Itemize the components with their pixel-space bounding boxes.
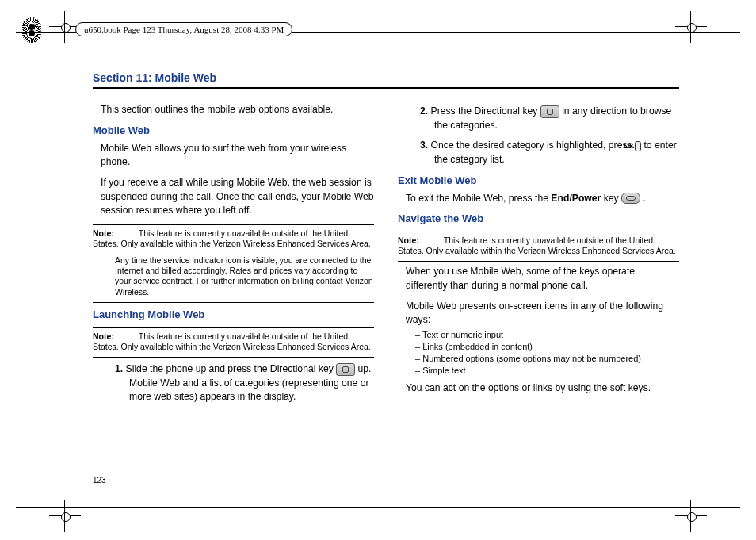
- exit-text: To exit the Mobile Web, press the End/Po…: [406, 192, 679, 206]
- running-header: u650.book Page 123 Thursday, August 28, …: [75, 22, 292, 36]
- section-rule: [93, 87, 679, 89]
- note-3: Note: This feature is currently unavaila…: [398, 236, 679, 256]
- list-item: Text or numeric input: [415, 329, 679, 341]
- rule: [93, 327, 374, 328]
- step-number: 2.: [420, 105, 428, 117]
- directional-key-icon: [540, 105, 559, 118]
- list-item: Numbered options (some options may not b…: [415, 353, 679, 365]
- heading-mobile-web: Mobile Web: [93, 124, 374, 139]
- page-number: 123: [93, 476, 106, 484]
- rule: [398, 232, 679, 232]
- note-1: Note: This feature is currently unavaila…: [93, 228, 374, 297]
- page-body: Section 11: Mobile Web This section outl…: [93, 71, 679, 411]
- rule: [93, 224, 374, 225]
- step-text: Press the Directional key: [431, 105, 540, 117]
- note-text: This feature is currently unavailable ou…: [93, 331, 371, 351]
- nav-bullets: Text or numeric input Links (embedded in…: [415, 329, 679, 376]
- note-2: Note: This feature is currently unavaila…: [93, 331, 374, 352]
- end-power-label: End/Power: [551, 193, 601, 204]
- mobile-web-p2: If you receive a call while using Mobile…: [101, 176, 374, 218]
- list-item: Simple text: [415, 365, 679, 377]
- step-number: 3.: [420, 140, 428, 151]
- step-1: 1. Slide the phone up and press the Dire…: [115, 362, 374, 404]
- exit-b: key: [601, 193, 621, 204]
- heading-exit: Exit Mobile Web: [398, 174, 679, 189]
- bottom-crop-line: [16, 507, 740, 508]
- note-label: Note:: [398, 236, 419, 245]
- ok-key-icon: OK: [635, 141, 641, 151]
- nav-p3: You can act on the options or links by u…: [406, 381, 679, 396]
- heading-launching: Launching Mobile Web: [93, 308, 374, 323]
- end-key-icon: [621, 193, 640, 204]
- crop-cross-icon: [675, 11, 707, 43]
- section-title: Section 11: Mobile Web: [93, 71, 679, 84]
- note-text: This feature is currently unavailable ou…: [93, 228, 371, 248]
- right-column: 2. Press the Directional key in any dire…: [398, 100, 679, 411]
- nav-p2: Mobile Web presents on-screen items in a…: [406, 300, 679, 327]
- left-column: This section outlines the mobile web opt…: [93, 100, 374, 411]
- intro-text: This section outlines the mobile web opt…: [101, 103, 374, 117]
- exit-a: To exit the Mobile Web, press the: [406, 193, 551, 204]
- step-number: 1.: [115, 363, 123, 374]
- step-text: Once the desired category is highlighted…: [431, 140, 635, 151]
- rule: [398, 261, 679, 262]
- rule: [93, 302, 374, 303]
- nav-p1: When you use Mobile Web, some of the key…: [406, 265, 679, 293]
- step-text: Slide the phone up and press the Directi…: [126, 363, 337, 374]
- note-text-2: Any time the service indicator icon is v…: [115, 255, 374, 297]
- note-label: Note:: [93, 228, 114, 238]
- rule: [93, 357, 374, 358]
- mobile-web-p1: Mobile Web allows you to surf the web fr…: [101, 142, 374, 170]
- crop-cross-icon: [675, 500, 707, 532]
- heading-navigate: Navigate the Web: [398, 212, 679, 227]
- step-3: 3. Once the desired category is highligh…: [420, 139, 679, 167]
- step-2: 2. Press the Directional key in any dire…: [420, 105, 679, 132]
- note-text: This feature is currently unavailable ou…: [398, 236, 676, 255]
- note-label: Note:: [93, 331, 114, 341]
- exit-c: .: [640, 193, 646, 204]
- directional-key-icon: [336, 363, 355, 376]
- list-item: Links (embedded in content): [415, 341, 679, 353]
- crop-cross-icon: [49, 500, 81, 532]
